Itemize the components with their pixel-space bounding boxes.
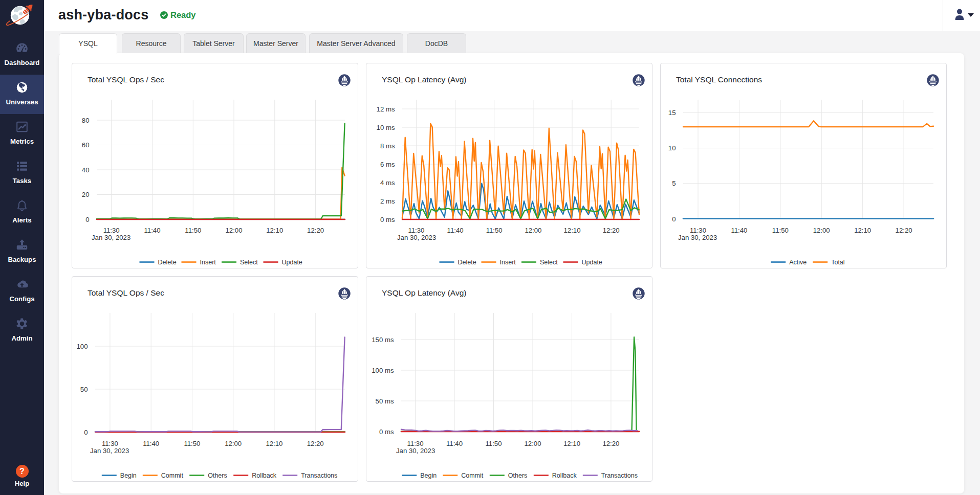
svg-text:11:50: 11:50	[184, 440, 200, 447]
svg-text:10 ms: 10 ms	[377, 124, 395, 131]
svg-text:11:30: 11:30	[690, 227, 706, 234]
svg-text:40: 40	[82, 166, 90, 174]
svg-text:YSQL Op Latency (Avg): YSQL Op Latency (Avg)	[382, 288, 466, 297]
svg-text:12:20: 12:20	[896, 227, 912, 234]
svg-text:12:20: 12:20	[307, 227, 324, 234]
svg-text:Delete: Delete	[458, 259, 476, 266]
svg-text:4 ms: 4 ms	[380, 179, 395, 187]
svg-text:11:40: 11:40	[144, 227, 160, 234]
svg-text:0 ms: 0 ms	[380, 216, 395, 223]
svg-text:15: 15	[668, 109, 676, 117]
svg-text:11:40: 11:40	[731, 227, 747, 234]
svg-text:12 ms: 12 ms	[377, 105, 395, 113]
svg-text:0: 0	[84, 429, 88, 436]
svg-text:80: 80	[82, 117, 90, 124]
svg-text:50: 50	[80, 386, 88, 393]
svg-text:12:10: 12:10	[854, 227, 871, 234]
svg-text:11:40: 11:40	[447, 227, 464, 234]
svg-text:50 ms: 50 ms	[376, 397, 394, 405]
svg-text:12:10: 12:10	[266, 227, 283, 234]
svg-text:0: 0	[672, 215, 676, 223]
svg-text:12:20: 12:20	[307, 440, 324, 447]
svg-text:Begin: Begin	[420, 472, 437, 479]
svg-text:11:50: 11:50	[486, 227, 503, 234]
svg-text:12:10: 12:10	[563, 227, 580, 234]
svg-text:12:00: 12:00	[225, 440, 242, 447]
svg-text:Update: Update	[582, 259, 602, 266]
svg-text:Total: Total	[831, 259, 844, 266]
svg-text:Transactions: Transactions	[301, 472, 337, 479]
svg-text:11:30: 11:30	[102, 440, 118, 447]
svg-text:5: 5	[672, 179, 676, 187]
svg-text:12:00: 12:00	[225, 227, 242, 234]
svg-text:Delete: Delete	[158, 259, 177, 266]
svg-text:11:50: 11:50	[485, 440, 502, 447]
svg-text:11:30: 11:30	[408, 227, 424, 234]
svg-text:100 ms: 100 ms	[372, 367, 394, 374]
svg-text:0: 0	[85, 216, 89, 223]
svg-text:12:00: 12:00	[813, 227, 830, 234]
svg-text:Insert: Insert	[200, 259, 216, 266]
svg-text:Commit: Commit	[461, 472, 484, 479]
svg-text:Others: Others	[208, 472, 227, 479]
svg-text:Others: Others	[508, 472, 528, 479]
svg-text:6 ms: 6 ms	[380, 161, 395, 168]
svg-text:Transactions: Transactions	[601, 472, 638, 479]
svg-text:60: 60	[82, 141, 90, 149]
svg-text:Active: Active	[789, 259, 807, 266]
svg-text:12:20: 12:20	[602, 440, 619, 447]
svg-text:12:00: 12:00	[525, 227, 541, 234]
svg-text:150 ms: 150 ms	[372, 336, 394, 344]
svg-text:0 ms: 0 ms	[379, 428, 394, 436]
svg-text:Rollback: Rollback	[552, 472, 577, 479]
svg-text:YSQL Op Latency (Avg): YSQL Op Latency (Avg)	[382, 75, 466, 84]
svg-text:12:10: 12:10	[266, 440, 282, 447]
svg-text:Begin: Begin	[120, 472, 137, 479]
svg-text:Total YSQL Ops / Sec: Total YSQL Ops / Sec	[88, 288, 164, 297]
svg-text:Total YSQL Ops / Sec: Total YSQL Ops / Sec	[88, 75, 164, 84]
svg-text:Jan 30, 2023: Jan 30, 2023	[92, 234, 130, 241]
svg-text:Total YSQL Connections: Total YSQL Connections	[676, 75, 762, 84]
svg-text:11:50: 11:50	[772, 227, 789, 234]
svg-text:Rollback: Rollback	[252, 472, 277, 479]
svg-text:10: 10	[668, 144, 676, 152]
svg-text:12:10: 12:10	[563, 440, 580, 447]
svg-text:Jan 30, 2023: Jan 30, 2023	[396, 447, 435, 455]
svg-text:Jan 30, 2023: Jan 30, 2023	[397, 234, 436, 241]
svg-text:20: 20	[82, 191, 90, 198]
svg-text:2 ms: 2 ms	[380, 197, 395, 205]
svg-text:11:50: 11:50	[185, 227, 201, 234]
svg-text:Insert: Insert	[500, 259, 516, 266]
svg-text:11:40: 11:40	[446, 440, 463, 447]
svg-text:Select: Select	[540, 259, 558, 266]
svg-text:11:30: 11:30	[103, 227, 120, 234]
svg-text:8 ms: 8 ms	[380, 142, 395, 150]
svg-text:Jan 30, 2023: Jan 30, 2023	[678, 234, 717, 241]
svg-text:Select: Select	[240, 259, 258, 266]
svg-text:100: 100	[76, 343, 88, 350]
svg-text:Commit: Commit	[161, 472, 184, 479]
svg-text:Update: Update	[282, 259, 302, 266]
svg-text:Jan 30, 2023: Jan 30, 2023	[90, 447, 129, 455]
svg-text:11:40: 11:40	[143, 440, 159, 447]
svg-text:11:30: 11:30	[407, 440, 423, 447]
svg-text:12:00: 12:00	[524, 440, 541, 447]
svg-text:12:20: 12:20	[603, 227, 620, 234]
